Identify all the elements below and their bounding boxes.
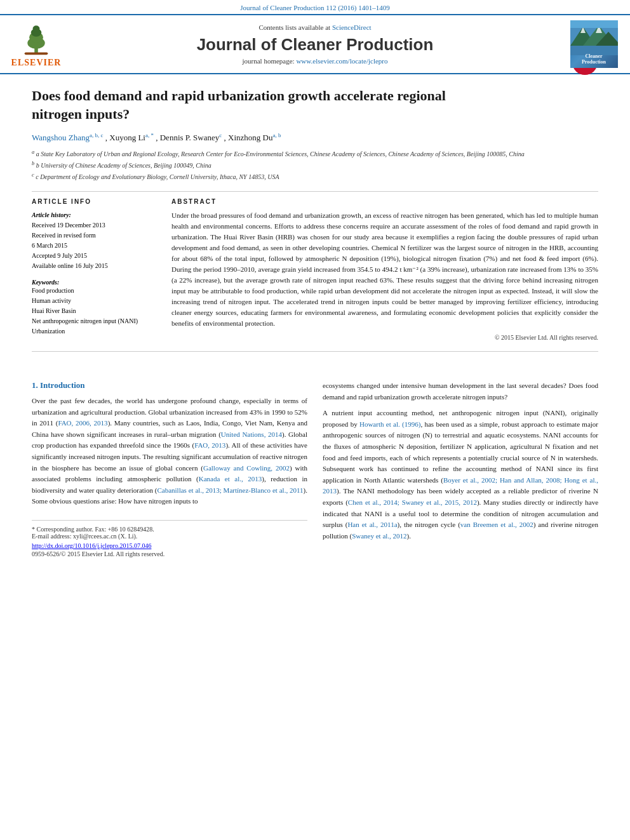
ref-breemen[interactable]: van Breemen et al., 2002 [460,521,533,528]
history-label: Article history: [32,210,159,220]
affiliation-a: a a State Key Laboratory of Urban and Re… [32,149,598,159]
introduction-title: 1. Introduction [32,380,307,390]
journal-header: ELSEVIER Contents lists available at Sci… [0,14,630,74]
ref-fao-2006[interactable]: FAO, 2006, 2013 [58,419,107,427]
abstract-header: ABSTRACT [171,198,598,205]
footnote-section: * Corresponding author. Fax: +86 10 6284… [32,520,307,557]
svg-rect-12 [570,20,618,28]
body-content: 1. Introduction Over the past few decade… [0,371,630,570]
journal-logo-right: CleanerProduction [565,20,622,68]
section-number: 1. [32,380,38,390]
keywords-list: Food production Human activity Huai Rive… [32,286,159,337]
author2-name: , Xuyong Li [105,133,145,143]
svg-rect-5 [25,52,48,55]
ref-chen[interactable]: Chen et al., 2014; Swaney et al., 2015, … [348,498,477,506]
accepted-label: Accepted 9 July 2015 [32,251,159,261]
doi-link[interactable]: http://dx.doi.org/10.1016/j.jclepro.2015… [32,542,151,549]
body-right-column: ecosystems changed under intensive human… [323,380,598,557]
journal-homepage-line: journal homepage: www.elsevier.com/locat… [72,57,558,65]
email-label: E-mail address: xyli@rcees.ac.cn (X. Li)… [32,533,137,540]
author1-link[interactable]: Wangshou Zhang [32,133,90,143]
article-info-abstract-section: ARTICLE INFO Article history: Received 1… [32,198,598,342]
elsevier-brand-text: ELSEVIER [11,58,62,68]
journal-title: Journal of Cleaner Production [72,35,558,55]
author1-name: Wangshou Zhang [32,133,90,143]
body-left-column: 1. Introduction Over the past few decade… [32,380,307,557]
author1-superscript: a, b, c [90,132,104,138]
science-direct-line: Contents lists available at ScienceDirec… [72,23,558,31]
doi-line[interactable]: http://dx.doi.org/10.1016/j.jclepro.2015… [32,542,307,549]
article-info-block: Article history: Received 19 December 20… [32,210,159,271]
ref-swaney[interactable]: Swaney et al., 2012 [352,532,406,540]
issn-line: 0959-6526/© 2015 Elsevier Ltd. All right… [32,550,307,557]
online-label: Available online 16 July 2015 [32,261,159,271]
email-note: E-mail address: xyli@rcees.ac.cn (X. Li)… [32,533,307,540]
science-direct-link[interactable]: ScienceDirect [332,23,372,31]
intro-paragraph-3: A nutrient input accounting method, net … [323,408,598,542]
keyword-1: Food production [32,286,159,296]
author4-name: , Xinzhong Du [224,133,273,143]
journal-logo-scene [570,20,618,55]
affiliations: a a State Key Laboratory of Urban and Re… [32,149,598,182]
authors-line: Wangshou Zhanga, b, c , Xuyong Lia, * , … [32,132,598,143]
article-title: Does food demand and rapid urbanization … [32,87,485,123]
corresponding-author-note: * Corresponding author. Fax: +86 10 6284… [32,526,307,533]
ref-boyer[interactable]: Boyer et al., 2002; Han and Allan, 2008;… [323,476,598,495]
journal-citation: Journal of Cleaner Production 112 (2016)… [240,4,389,11]
homepage-prefix: journal homepage: [243,57,297,65]
copyright-line: © 2015 Elsevier Ltd. All rights reserved… [171,334,598,341]
keywords-block: Keywords: Food production Human activity… [32,279,159,337]
ref-galloway[interactable]: Galloway and Cowling, 2002 [203,464,290,472]
keyword-3: Huai River Basin [32,306,159,316]
divider-1 [32,191,598,192]
keyword-5: Urbanization [32,326,159,337]
author2-superscript: a, * [145,132,154,138]
keywords-label: Keywords: [32,279,159,286]
abstract-column: ABSTRACT Under the broad pressures of fo… [171,198,598,342]
ref-howarth[interactable]: Howarth et al. (1996) [359,420,420,428]
article-info-column: ARTICLE INFO Article history: Received 1… [32,198,159,342]
ref-kanada[interactable]: Kanada et al., 2013 [199,475,262,483]
journal-citation-bar: Journal of Cleaner Production 112 (2016)… [0,0,630,14]
journal-logo-box: CleanerProduction [570,20,618,68]
section-name: Introduction [40,380,85,390]
journal-center-info: Contents lists available at ScienceDirec… [72,23,558,65]
journal-logo-text: CleanerProduction [582,53,606,65]
keyword-2: Human activity [32,296,159,306]
abstract-text: Under the broad pressures of food demand… [171,210,598,330]
article-content: ✓ Does food demand and rapid urbanizatio… [0,74,630,371]
author3-superscript: c [219,132,222,138]
author4-superscript: a, b [272,132,281,138]
revised-label: Received in revised form [32,230,159,241]
divider-2 [32,351,598,352]
intro-paragraph-1: Over the past few decades, the world has… [32,396,307,507]
ref-cabanillas[interactable]: Cabanillas et al., 2013; Martínez-Blanco… [157,486,303,494]
homepage-link[interactable]: www.elsevier.com/locate/jclepro [296,57,387,65]
ref-fao-2013[interactable]: FAO, 2013 [194,441,225,449]
received-date: Received 19 December 2013 [32,220,159,230]
intro-paragraph-2: ecosystems changed under intensive human… [323,380,598,403]
body-two-col: 1. Introduction Over the past few decade… [32,380,598,557]
revised-date: 6 March 2015 [32,241,159,251]
elsevier-tree-icon [14,21,58,56]
science-direct-prefix: Contents lists available at [258,23,332,31]
svg-point-4 [33,25,40,31]
affiliation-c: c c Department of Ecology and Evolutiona… [32,171,598,182]
affiliation-b: b b University of Chinese Academy of Sci… [32,160,598,170]
author3-name: , Dennis P. Swaney [156,133,219,143]
ref-han[interactable]: Han et al., 2011a [347,521,397,528]
keyword-4: Net anthropogenic nitrogen input (NANI) [32,316,159,326]
ref-un-2014[interactable]: United Nations, 2014 [221,430,282,438]
article-info-header: ARTICLE INFO [32,198,159,205]
elsevier-logo: ELSEVIER [8,21,65,68]
